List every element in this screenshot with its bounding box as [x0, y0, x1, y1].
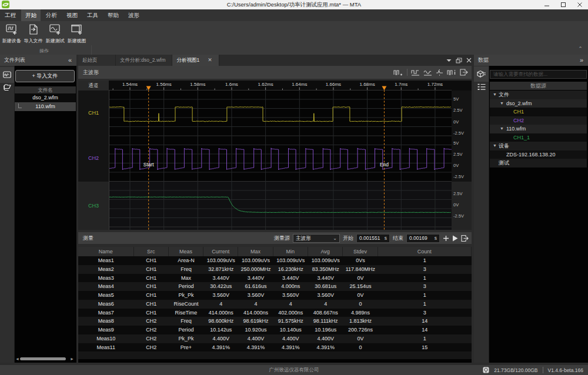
sine-wave-icon[interactable] [423, 69, 432, 76]
table-header-current[interactable]: Current [203, 247, 238, 256]
folder-tool-tab[interactable] [0, 83, 14, 98]
tree-item-[interactable]: 测试 [490, 159, 587, 168]
tree-item-[interactable]: ▼文件 [490, 91, 587, 99]
table-row[interactable]: Meas11CH2Pre+4.391%4.391%4.391%4.391%015 [78, 343, 472, 352]
table-cell: 3 [378, 309, 472, 317]
ribbon-collapse-icon[interactable]: ⌃ [576, 46, 584, 52]
add-measure-icon[interactable] [443, 235, 449, 242]
restore-layout-icon[interactable] [456, 58, 462, 63]
menu-item-2[interactable]: 开始 [21, 9, 41, 21]
menu-item-1[interactable]: 工程 [1, 9, 20, 21]
measure-start-unit: s [385, 235, 387, 242]
table-cell: 10.140us [273, 326, 308, 334]
tree-item-CH1[interactable]: CH1 [490, 108, 587, 116]
table-row[interactable]: Meas7CH1RiseTime414.000ns414.000ns402.00… [78, 309, 472, 317]
collapse-left-panel-icon[interactable]: « [68, 55, 72, 66]
pulse-wave-icon[interactable] [436, 69, 443, 76]
scrollbar-thumb[interactable] [20, 357, 66, 360]
tree-item-CH1_1[interactable]: CH1_1 [490, 133, 587, 142]
table-row[interactable]: Meas4CH1Period30.422us61.616us4.000ns30.… [78, 282, 472, 291]
table-cell: Meas5 [78, 291, 134, 300]
tree-item-ZDS-192.168.138.20[interactable]: ZDS-192.168.138.20 [490, 150, 587, 159]
tree-caret-icon[interactable]: ▼ [500, 99, 504, 108]
tree-item-110.wfm[interactable]: ▼110.wfm [490, 125, 587, 133]
close-view-icon[interactable] [466, 58, 472, 63]
export-measure-icon[interactable] [461, 235, 469, 242]
file-list-item[interactable]: dso_2.wfm [15, 93, 76, 102]
waveform-plot-area: 通道 1.54ms1.56ms1.58ms1.6ms1.62ms1.64ms1.… [78, 81, 472, 230]
waveform-info-icon[interactable] [447, 69, 456, 76]
tree-item-CH2[interactable]: CH2 [490, 116, 587, 125]
table-row[interactable]: Meas1CH1Area-N103.009uVs103.009uVs103.00… [78, 256, 472, 265]
table-header-name[interactable]: Name [78, 247, 134, 256]
menu-item-3[interactable]: 分析 [42, 9, 61, 21]
scroll-left-arrow[interactable]: ◄ [15, 357, 19, 361]
table-header-avg[interactable]: Avg [308, 247, 343, 256]
table-cell: 414.000ns [238, 309, 273, 317]
left-strip-active-tab[interactable] [0, 67, 14, 83]
waveform-plot[interactable] [78, 81, 472, 230]
table-header-meas[interactable]: Meas [169, 247, 203, 256]
measure-panel-title: 测量 [83, 235, 93, 241]
table-cell: CH1 [134, 291, 169, 300]
right-strip-active-tab[interactable] [474, 66, 489, 82]
scroll-right-arrow[interactable]: ► [70, 357, 74, 361]
table-cell: 103.009uVs [238, 256, 273, 265]
tab-list-dropdown-icon[interactable] [446, 59, 452, 62]
table-cell: CH1 [134, 274, 169, 283]
maximize-button[interactable] [555, 0, 572, 9]
tree-item-[interactable]: ▼设备 [490, 142, 587, 150]
import-file-button-panel[interactable]: + 导入文件 [15, 70, 75, 82]
table-row[interactable]: Meas6CH1RiseCount444401 [78, 300, 472, 309]
table-header-max[interactable]: Max [238, 247, 273, 256]
measure-end-input[interactable]: 0.00169 s [406, 234, 440, 243]
tree-caret-icon[interactable]: ▼ [493, 142, 497, 150]
export-waveform-icon[interactable] [460, 69, 468, 76]
table-row[interactable]: Meas2CH1Freq32.871kHz250.000MHz16.230kHz… [78, 265, 472, 274]
menu-bar: 工程开始分析视图工具帮助波形 [0, 9, 588, 21]
table-row[interactable]: Meas5CH1Pk_Pk3.560V3.560V3.560V3.560V0V1 [78, 291, 472, 300]
menu-item-4[interactable]: 视图 [62, 9, 82, 21]
new-view-button[interactable]: 新建视图 [66, 24, 88, 46]
table-header-count[interactable]: Count [378, 247, 472, 256]
table-header-min[interactable]: Min [273, 247, 308, 256]
table-row[interactable]: Meas8CH2Freq98.600kHz98.619kHz91.575kHz9… [78, 317, 472, 326]
expand-right-panel-icon[interactable]: » [580, 55, 583, 66]
table-header-stdev[interactable]: Stdev [343, 247, 377, 256]
channel-label-ch3[interactable]: CH3 [78, 182, 109, 230]
table-cell: 0 [343, 343, 377, 352]
measure-start-input[interactable]: 0.001551 s [356, 234, 390, 243]
tree-caret-icon[interactable]: ▼ [500, 125, 504, 133]
table-cell: 0 [343, 300, 377, 309]
close-button[interactable] [572, 0, 588, 9]
menu-item-6[interactable]: 帮助 [103, 9, 123, 21]
table-row[interactable]: Meas3CH1Max3.440V3.440V3.440V3.440V0V1 [78, 274, 472, 283]
table-cell: 402.000ns [273, 309, 308, 317]
disk-usage-label: 21.73GB/120.00GB [494, 367, 537, 373]
tree-item-label: 测试 [499, 159, 509, 168]
table-row[interactable]: Meas9CH2Period10.142us10.920us10.140us10… [78, 326, 472, 334]
file-list-item[interactable]: 110.wfm [15, 102, 76, 111]
cursor-label-end[interactable]: End [380, 162, 389, 168]
cursor-label-start[interactable]: Start [143, 162, 154, 168]
measure-start-value: 0.001551 [359, 235, 380, 241]
channel-label-ch2[interactable]: CH2 [78, 136, 109, 182]
horizontal-scrollbar[interactable]: ◄ ► [15, 357, 74, 361]
square-wave-icon[interactable] [411, 69, 420, 76]
table-cell: Freq [169, 265, 203, 274]
status-right-group: 21.73GB/120.00GB V1.4.6-beta.166 [483, 365, 583, 375]
tree-caret-icon[interactable]: ▼ [493, 91, 497, 99]
list-tool-tab[interactable] [474, 82, 489, 97]
minimize-button[interactable] [539, 0, 555, 9]
channel-label-ch1[interactable]: CH1 [78, 91, 109, 136]
data-search-input[interactable]: 请输入需要查找的数据... [490, 70, 587, 79]
tree-item-dso_2.wfm[interactable]: ▼dso_2.wfm [490, 99, 587, 108]
table-header-src[interactable]: Src [134, 247, 169, 256]
menu-item-5[interactable]: 工具 [83, 9, 102, 21]
menu-item-7[interactable]: 波形 [124, 9, 143, 21]
run-measure-icon[interactable] [452, 235, 458, 242]
measure-source-select[interactable]: 主波形 ⌄ [293, 234, 340, 243]
cursor-measure-icon[interactable] [393, 69, 403, 76]
table-cell: 414.000ns [203, 309, 238, 317]
table-row[interactable]: Meas10CH2Pk_Pk4.400V4.400V4.400V4.400V0V… [78, 334, 472, 343]
